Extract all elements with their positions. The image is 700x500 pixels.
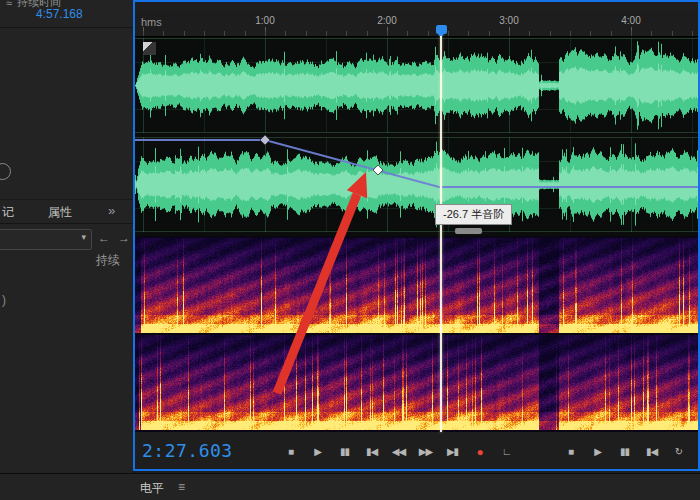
loop-playback-button[interactable]: ↻	[671, 444, 686, 459]
history-icon[interactable]	[0, 163, 11, 180]
playhead-handle[interactable]	[436, 25, 447, 34]
spectrogram-right-channel[interactable]	[135, 335, 698, 430]
transport-buttons-secondary: ■▶▮▮▮◀↻	[563, 444, 686, 459]
levels-panel-header: 电平 ≡	[0, 473, 700, 500]
stop-button[interactable]: ■	[283, 444, 298, 459]
duration-value: 4:57.168	[36, 7, 83, 21]
envelope-drag-handle[interactable]	[455, 228, 482, 234]
waveform-editor-panel[interactable]: hms 1:002:003:004:00 -26.7 半音阶 2:27.603 …	[133, 0, 700, 471]
playhead-line[interactable]	[440, 36, 442, 432]
envelope-value-tooltip: -26.7 半音阶	[435, 204, 512, 225]
move-to-start-button[interactable]: ▮◀	[644, 444, 659, 459]
panel-menu-icon[interactable]: ≡	[178, 480, 185, 494]
duration-partial-label: 持续	[96, 252, 120, 269]
pause-button-2[interactable]: ▮▮	[617, 444, 632, 459]
transport-bar: 2:27.603 ■▶▮▮▮◀◀◀▶▶▶▮●∟ ■▶▮▮▮◀↻	[135, 434, 698, 469]
move-to-previous-button[interactable]: ▮◀	[364, 444, 379, 459]
chevron-down-icon: ▾	[81, 232, 86, 242]
ruler-tick-label: 1:00	[250, 15, 280, 26]
record-mode-icon: ∟	[499, 444, 514, 459]
paren-partial-label: )	[2, 293, 6, 307]
play-button-2[interactable]: ▶	[590, 444, 605, 459]
pitch-envelope-line[interactable]	[135, 38, 698, 232]
left-sidebar: ≈ 持续时间 4:57.168 记 属性 » ▾ ← → 持续 )	[0, 0, 134, 473]
sidebar-divider	[0, 27, 133, 28]
ruler-tick-label: 2:00	[372, 15, 402, 26]
ruler-tick-label: 3:00	[494, 15, 524, 26]
duration-icon: ≈	[6, 0, 12, 9]
ruler-unit-label: hms	[141, 16, 162, 28]
timeline-ruler[interactable]: hms 1:002:003:004:00	[135, 12, 698, 37]
tab-marker-partial[interactable]: 记	[2, 204, 14, 221]
arrow-left-icon[interactable]: ←	[98, 231, 110, 245]
ruler-tick-label: 4:00	[616, 15, 646, 26]
time-display[interactable]: 2:27.603	[142, 440, 233, 461]
pause-button[interactable]: ▮▮	[337, 444, 352, 459]
fast-forward-button[interactable]: ▶▶	[418, 444, 433, 459]
sidebar-tab-bar: 记 属性 »	[0, 199, 133, 224]
spectrogram-left-channel[interactable]	[135, 238, 698, 333]
transport-buttons-main: ■▶▮▮▮◀◀◀▶▶▶▮●∟	[283, 444, 514, 459]
move-to-next-button[interactable]: ▶▮	[445, 444, 460, 459]
panel-overflow-chevrons[interactable]: »	[108, 203, 115, 218]
play-button[interactable]: ▶	[310, 444, 325, 459]
levels-label: 电平	[140, 480, 164, 497]
preset-dropdown[interactable]: ▾	[0, 229, 92, 250]
record-button[interactable]: ●	[472, 444, 487, 459]
arrow-right-icon[interactable]: →	[118, 231, 130, 245]
stop-button-2[interactable]: ■	[563, 444, 578, 459]
tab-properties[interactable]: 属性	[48, 204, 72, 221]
sidebar-nav-buttons: ← →	[98, 231, 130, 245]
rewind-button[interactable]: ◀◀	[391, 444, 406, 459]
